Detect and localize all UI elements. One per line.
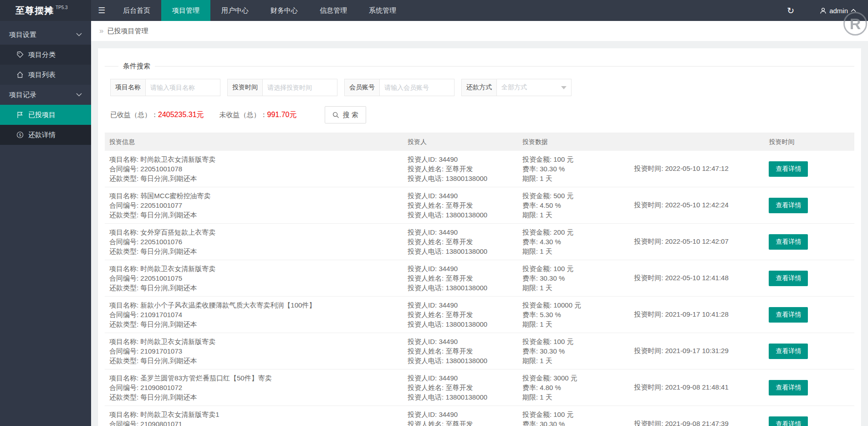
earned-total-value: 2405235.31元: [158, 110, 204, 120]
view-detail-button[interactable]: 查看详情: [769, 271, 808, 286]
investment-data-cell: 投资金额: 3000 元费率: 4.80 %期限: 1 天: [518, 370, 629, 405]
investment-info-cell: 项目名称: 女外穿百搭短款上衣寄卖合同编号: 22051001076还款类型: …: [105, 224, 403, 260]
hamburger-icon[interactable]: ☰: [91, 0, 112, 21]
investment-data-cell: 投资金额: 10000 元费率: 5.30 %期限: 1 天: [518, 297, 629, 333]
investment-data-cell: 投资金额: 100 元费率: 30.30 %期限: 1 天: [518, 333, 629, 369]
flag-icon: [16, 111, 24, 118]
investment-time-cell: 投资时间: 2021-09-08 21:47:39: [629, 406, 764, 426]
user-icon: [820, 7, 827, 14]
investment-time-cell: 投资时间: 2022-05-10 12:42:07: [629, 224, 764, 260]
header-investor: 投资人: [403, 138, 518, 146]
investor-cell: 投资人ID: 34490投资人姓名: 至尊开发投资人电话: 1380013800…: [403, 406, 518, 426]
search-fieldset: 条件搜索 项目名称 投资时间 会员账号 还款方式 全部方式: [105, 62, 854, 133]
member-account-group: 会员账号: [344, 79, 454, 96]
unearned-total-value: 991.70元: [267, 110, 297, 120]
sidebar: 项目设置 项目分类 项目列表 项目记录: [0, 21, 91, 426]
table-row: 项目名称: 时尚款卫衣女清新版寄卖合同编号: 21091701073还款类型: …: [105, 333, 854, 370]
project-name-label: 项目名称: [110, 79, 145, 96]
tab-finance-center[interactable]: 财务中心: [260, 0, 309, 21]
table-row: 项目名称: 新款小个子风衣温柔收腰薄款气质大衣寄卖利润【100件】合同编号: 2…: [105, 297, 854, 333]
investor-cell: 投资人ID: 34490投资人姓名: 至尊开发投资人电话: 1380013800…: [403, 297, 518, 333]
table-row: 项目名称: 时尚款卫衣女清新版寄卖合同编号: 22051001078还款类型: …: [105, 151, 854, 187]
member-account-input[interactable]: [379, 79, 454, 96]
investment-data-cell: 投资金额: 100 元费率: 30.30 %期限: 1 天: [518, 260, 629, 296]
unearned-total-label: 未收益（总）：: [220, 111, 267, 119]
investor-cell: 投资人ID: 34490投资人姓名: 至尊开发投资人电话: 1380013800…: [403, 224, 518, 260]
home-icon: [16, 71, 24, 78]
member-account-label: 会员账号: [344, 79, 379, 96]
tab-system-management[interactable]: 系统管理: [358, 0, 407, 21]
investment-time-cell: 投资时间: 2021-09-17 10:41:28: [629, 297, 764, 333]
search-legend: 条件搜索: [118, 62, 155, 71]
tag-icon: [16, 51, 24, 58]
view-detail-button[interactable]: 查看详情: [769, 198, 808, 213]
investment-time-cell: 投资时间: 2022-05-10 12:41:48: [629, 260, 764, 296]
app-logo: 至尊摆摊 TP5.3: [0, 0, 91, 21]
investor-cell: 投资人ID: 34490投资人姓名: 至尊开发投资人电话: 1380013800…: [403, 260, 518, 296]
investor-cell: 投资人ID: 34490投资人姓名: 至尊开发投资人电话: 1380013800…: [403, 151, 518, 187]
main-content: » 已投项目管理 条件搜索 项目名称 投资时间 会员账号 还款方式: [91, 0, 868, 426]
sidebar-item-repayment-details[interactable]: $ 还款详情: [0, 125, 91, 145]
topbar: 至尊摆摊 TP5.3 ☰ 后台首页 项目管理 用户中心 财务中心 信息管理 系统…: [0, 0, 868, 21]
investment-info-cell: 项目名称: 新款小个子风衣温柔收腰薄款气质大衣寄卖利润【100件】合同编号: 2…: [105, 297, 403, 333]
sidebar-group-project-records[interactable]: 项目记录: [0, 85, 91, 105]
search-button-label: 搜 索: [342, 111, 358, 119]
repay-method-select[interactable]: 全部方式: [496, 79, 572, 96]
triangle-down-icon: [561, 86, 567, 89]
tab-user-center[interactable]: 用户中心: [210, 0, 260, 21]
magnifier-icon: [332, 112, 339, 118]
registered-trademark-watermark: R: [843, 12, 867, 36]
investment-data-cell: 投资金额: 500 元费率: 4.50 %期限: 1 天: [518, 187, 629, 223]
sidebar-item-project-category[interactable]: 项目分类: [0, 45, 91, 65]
investor-cell: 投资人ID: 34490投资人姓名: 至尊开发投资人电话: 1380013800…: [403, 187, 518, 223]
investment-info-cell: 项目名称: 时尚款卫衣女清新版寄卖合同编号: 21091701073还款类型: …: [105, 333, 403, 369]
tab-project-management[interactable]: 项目管理: [161, 0, 210, 21]
view-detail-button[interactable]: 查看详情: [769, 307, 808, 323]
table-row: 项目名称: 韩国MCC蜜粉控油寄卖合同编号: 22051001077还款类型: …: [105, 187, 854, 224]
view-detail-button[interactable]: 查看详情: [769, 416, 808, 426]
investor-cell: 投资人ID: 34490投资人姓名: 至尊开发投资人电话: 1380013800…: [403, 370, 518, 405]
refresh-icon[interactable]: ↻: [787, 6, 794, 15]
sidebar-item-invested-projects[interactable]: 已投项目: [0, 105, 91, 125]
search-button[interactable]: 搜 索: [325, 106, 366, 123]
invest-time-group: 投资时间: [227, 79, 337, 96]
content-card: 条件搜索 项目名称 投资时间 会员账号 还款方式 全部方式: [98, 48, 861, 426]
breadcrumb: » 已投项目管理: [91, 21, 868, 41]
table-row: 项目名称: 圣罗兰圆管83方管烂番茄口红【50件】寄卖合同编号: 2109080…: [105, 370, 854, 406]
stats-row: 已收益（总）： 2405235.31元 未收益（总）： 991.70元 搜 索: [110, 106, 850, 123]
top-nav: 后台首页 项目管理 用户中心 财务中心 信息管理 系统管理: [112, 0, 407, 21]
sidebar-group-project-settings[interactable]: 项目设置: [0, 25, 91, 45]
chevron-down-icon: [76, 93, 82, 97]
table-row: 项目名称: 时尚款卫衣女清新版寄卖合同编号: 22051001075还款类型: …: [105, 260, 854, 297]
view-detail-button[interactable]: 查看详情: [769, 234, 808, 250]
investment-time-cell: 投资时间: 2021-09-08 21:48:41: [629, 370, 764, 405]
double-chevron-right-icon: »: [99, 26, 103, 36]
dollar-circle-icon: $: [16, 131, 24, 139]
page-title: 已投项目管理: [107, 27, 148, 36]
invest-time-input[interactable]: [262, 79, 337, 96]
investment-time-cell: 投资时间: 2022-05-10 12:47:12: [629, 151, 764, 187]
view-detail-button[interactable]: 查看详情: [769, 344, 808, 359]
search-form: 项目名称 投资时间 会员账号 还款方式 全部方式: [110, 79, 850, 96]
investment-info-cell: 项目名称: 时尚款卫衣女清新版寄卖合同编号: 22051001075还款类型: …: [105, 260, 403, 296]
app-title: 至尊摆摊: [15, 5, 54, 17]
investment-info-cell: 项目名称: 圣罗兰圆管83方管烂番茄口红【50件】寄卖合同编号: 2109080…: [105, 370, 403, 405]
project-name-input[interactable]: [145, 79, 220, 96]
svg-text:$: $: [19, 133, 21, 137]
view-detail-button[interactable]: 查看详情: [769, 161, 808, 177]
tab-dashboard[interactable]: 后台首页: [112, 0, 161, 21]
chevron-down-icon: [76, 33, 82, 36]
sidebar-item-project-list[interactable]: 项目列表: [0, 65, 91, 85]
tab-info-management[interactable]: 信息管理: [309, 0, 358, 21]
investor-cell: 投资人ID: 34490投资人姓名: 至尊开发投资人电话: 1380013800…: [403, 333, 518, 369]
earned-total-label: 已收益（总）：: [110, 111, 158, 119]
view-detail-button[interactable]: 查看详情: [769, 380, 808, 395]
header-investment-data: 投资数据: [518, 138, 629, 146]
investment-time-cell: 投资时间: 2021-09-17 10:31:29: [629, 333, 764, 369]
username: admin: [829, 7, 848, 15]
invest-time-label: 投资时间: [227, 79, 262, 96]
investment-info-cell: 项目名称: 时尚款卫衣女清新版寄卖合同编号: 22051001078还款类型: …: [105, 151, 403, 187]
investment-data-cell: 投资金额: 100 元费率: 30.30 %期限: 1 天: [518, 151, 629, 187]
header-investment-info: 投资信息: [105, 138, 403, 146]
table-row: 项目名称: 女外穿百搭短款上衣寄卖合同编号: 22051001076还款类型: …: [105, 224, 854, 260]
